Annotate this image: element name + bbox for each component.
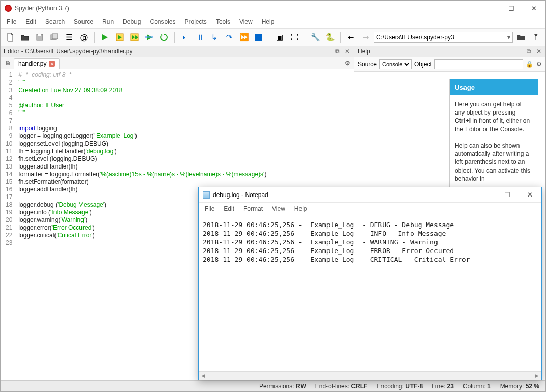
help-header-text: Help — [358, 48, 370, 55]
editor-header-text: Editor - C:\Users\IEUser\.spyder-py3\han… — [4, 48, 132, 55]
forward-icon[interactable]: → — [359, 31, 372, 44]
help-source-select[interactable]: Console — [379, 59, 412, 69]
help-options-icon[interactable]: ⚙ — [535, 61, 542, 68]
debug-step-icon[interactable]: ⏯ — [178, 31, 192, 44]
debug-step-into-icon[interactable]: ↳ — [208, 31, 221, 44]
help-close-icon[interactable]: ✕ — [535, 48, 542, 55]
editor-tabs: 🗎 handler.py ✕ ⚙ — [1, 57, 354, 69]
help-toolbar: Source Console Object 🔒 ⚙ — [354, 57, 545, 72]
window-title: Spyder (Python 3.7) — [15, 5, 477, 12]
notepad-menu-edit[interactable]: Edit — [220, 204, 238, 214]
save-icon[interactable] — [33, 31, 46, 44]
menu-tools[interactable]: Tools — [212, 17, 234, 27]
notepad-scrollbar[interactable]: ◄► — [199, 371, 541, 380]
pane-close-icon[interactable]: ✕ — [344, 48, 351, 55]
notepad-titlebar[interactable]: debug.log - Notepad — ☐ ✕ — [199, 187, 541, 203]
debug-continue-icon[interactable]: ⏩ — [237, 31, 251, 44]
debug-step-over-icon[interactable]: ↷ — [223, 31, 236, 44]
notepad-menubar: FileEditFormatViewHelp — [199, 203, 541, 215]
help-source-label: Source — [358, 61, 377, 68]
debug-pause-icon[interactable]: ⏸ — [193, 31, 206, 44]
svg-rect-1 — [38, 34, 41, 36]
menu-source[interactable]: Source — [70, 17, 97, 27]
working-dir-input[interactable]: C:\Users\IEUser\.spyder-py3▾ — [374, 32, 513, 43]
working-dir-text: C:\Users\IEUser\.spyder-py3 — [376, 34, 454, 41]
status-mem-label: Memory: — [500, 383, 524, 390]
pane-undock-icon[interactable]: ⧉ — [334, 48, 341, 55]
status-line-label: Line: — [432, 383, 445, 390]
usage-card: Usage Here you can get help of any objec… — [449, 79, 538, 188]
tab-label: handler.py — [18, 60, 46, 67]
tab-list-icon[interactable]: 🗎 — [5, 60, 12, 67]
menu-search[interactable]: Search — [41, 17, 69, 27]
python-path-icon[interactable]: 🐍 — [323, 31, 337, 44]
notepad-menu-help[interactable]: Help — [290, 204, 311, 214]
preferences-icon[interactable]: 🔧 — [309, 31, 322, 44]
menu-run[interactable]: Run — [98, 17, 118, 27]
run-icon[interactable] — [98, 31, 112, 44]
editor-header: Editor - C:\Users\IEUser\.spyder-py3\han… — [1, 46, 354, 57]
menu-edit[interactable]: Edit — [21, 17, 40, 27]
debug-stop-icon[interactable] — [252, 31, 265, 44]
new-file-icon[interactable] — [4, 31, 17, 44]
notepad-menu-format[interactable]: Format — [239, 204, 267, 214]
fullscreen-icon[interactable]: ⛶ — [288, 31, 301, 44]
close-button[interactable]: ✕ — [523, 1, 545, 16]
list-icon[interactable]: ☰ — [63, 31, 76, 44]
notepad-title: debug.log - Notepad — [213, 191, 473, 199]
notepad-menu-file[interactable]: File — [201, 204, 219, 214]
main-toolbar: ☰ @ ⏯ ⏸ ↳ ↷ ⏩ ▣ ⛶ 🔧 🐍 ← → C:\Users\IEUse… — [1, 29, 545, 46]
rerun-icon[interactable] — [157, 31, 171, 44]
notepad-menu-view[interactable]: View — [268, 204, 289, 214]
notepad-close-button[interactable]: ✕ — [518, 187, 541, 202]
menu-file[interactable]: File — [3, 17, 20, 27]
tab-close-icon[interactable]: ✕ — [49, 61, 55, 67]
help-object-input[interactable] — [434, 59, 523, 69]
spyder-icon — [5, 5, 12, 12]
notepad-content[interactable]: 2018-11-29 00:46:25,256 - Example_Log - … — [199, 215, 541, 371]
menu-debug[interactable]: Debug — [119, 17, 145, 27]
help-object-label: Object — [414, 61, 432, 68]
open-file-icon[interactable] — [18, 31, 32, 44]
svg-rect-7 — [255, 34, 262, 41]
menubar: FileEditSearchSourceRunDebugConsolesProj… — [1, 16, 545, 29]
minimize-button[interactable]: — — [477, 1, 500, 16]
usage-title: Usage — [450, 79, 538, 95]
tab-handler-py[interactable]: handler.py ✕ — [14, 58, 60, 69]
at-icon[interactable]: @ — [77, 31, 91, 44]
run-cell-icon[interactable] — [113, 31, 126, 44]
run-cell-advance-icon[interactable] — [128, 31, 141, 44]
menu-help[interactable]: Help — [258, 17, 279, 27]
status-perm: RW — [296, 383, 306, 390]
browse-dir-icon[interactable] — [514, 31, 528, 44]
save-all-icon[interactable] — [48, 31, 61, 44]
maximize-pane-icon[interactable]: ▣ — [273, 31, 286, 44]
status-col: 1 — [487, 383, 491, 390]
lock-icon[interactable]: 🔒 — [526, 61, 533, 68]
usage-text: Here you can get help of any object by p… — [450, 95, 538, 188]
help-undock-icon[interactable]: ⧉ — [525, 48, 532, 55]
menu-view[interactable]: View — [235, 17, 257, 27]
menu-consoles[interactable]: Consoles — [146, 17, 179, 27]
statusbar: Permissions: RW End-of-lines: CRLF Encod… — [1, 380, 545, 391]
notepad-minimize-button[interactable]: — — [473, 187, 496, 202]
maximize-button[interactable]: ☐ — [500, 1, 523, 16]
help-header: Help ⧉ ✕ — [354, 46, 545, 57]
back-icon[interactable]: ← — [344, 31, 358, 44]
status-eol-label: End-of-lines: — [315, 383, 349, 390]
parent-dir-icon[interactable]: ⤒ — [529, 31, 542, 44]
status-eol: CRLF — [351, 383, 367, 390]
menu-projects[interactable]: Projects — [181, 17, 211, 27]
svg-rect-6 — [145, 36, 153, 38]
status-mem: 52 % — [526, 383, 539, 390]
tab-options-icon[interactable]: ⚙ — [344, 60, 351, 67]
notepad-maximize-button[interactable]: ☐ — [496, 187, 518, 202]
notepad-icon — [203, 191, 210, 199]
notepad-window[interactable]: debug.log - Notepad — ☐ ✕ FileEditFormat… — [198, 187, 542, 380]
line-gutter: 1234567891011121314151617181920212223 — [1, 69, 15, 380]
status-enc-label: Encoding: — [376, 383, 403, 390]
status-line: 23 — [447, 383, 454, 390]
run-selection-icon[interactable] — [143, 31, 156, 44]
titlebar[interactable]: Spyder (Python 3.7) — ☐ ✕ — [1, 1, 545, 16]
svg-rect-3 — [52, 34, 58, 39]
